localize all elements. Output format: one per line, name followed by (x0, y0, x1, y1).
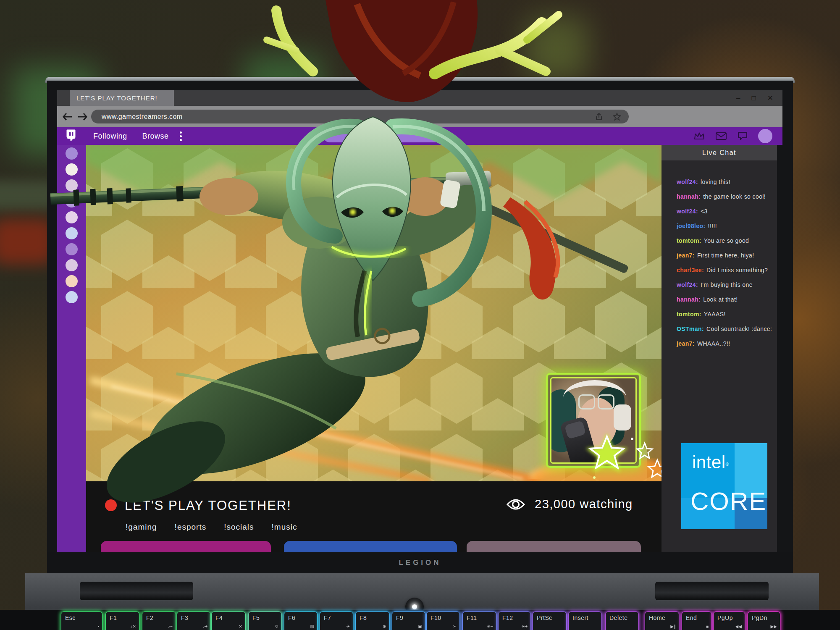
key-insert[interactable]: Insert (568, 612, 602, 630)
key-f10[interactable]: F10✂ (426, 612, 460, 630)
key-end[interactable]: End■ (682, 612, 712, 630)
key-f9[interactable]: F9▣ (392, 612, 425, 630)
key-f2[interactable]: F2♪− (142, 612, 176, 630)
chat-username[interactable]: wolf24: (677, 178, 698, 185)
chat-text: Did I miss something? (706, 267, 768, 273)
chat-username[interactable]: charl3ee: (677, 267, 704, 273)
laptop-hinge (655, 582, 769, 600)
chat-username[interactable]: tomtom: (677, 311, 701, 318)
live-indicator (105, 499, 117, 511)
key-f6[interactable]: F6▨ (284, 612, 318, 630)
browser-toolbar: www.gamestreamers.com (57, 106, 782, 127)
chat-message: wolf24:<3 (677, 207, 773, 216)
screen-bottom-bezel: LEGION (47, 552, 793, 573)
channel-avatar[interactable] (66, 179, 78, 192)
key-f5[interactable]: F5↻ (248, 612, 282, 630)
url-text: www.gamestreamers.com (102, 113, 595, 121)
chat-username[interactable]: hannah: (677, 296, 701, 303)
chat-username[interactable]: OSTman: (677, 326, 704, 332)
key-pgup[interactable]: PgUp◀◀ (713, 612, 745, 630)
stream-tag[interactable]: !gaming (126, 522, 157, 532)
key-esc[interactable]: Esc• (61, 612, 102, 630)
forward-button[interactable] (77, 111, 88, 122)
key-delete[interactable]: Delete (605, 612, 639, 630)
channel-avatar[interactable] (66, 147, 78, 160)
chat-message: tomtom:You are so good (677, 236, 773, 245)
chat-text: I'm buying this one (701, 281, 753, 288)
laptop-keyboard: Esc•F1♪✕F2♪−F3♪+F4✕F5↻F6▨F7✈F8⚙F9▣F10✂F1… (0, 610, 840, 630)
intel-core-badge: intel® CORE™ (681, 443, 767, 529)
glasses-lens (578, 394, 595, 410)
chat-username[interactable]: joel98leo: (677, 223, 706, 229)
followed-channels-sidebar (57, 145, 86, 552)
headphones-earcup (614, 404, 631, 430)
viewer-count-text: 23,000 watching (535, 497, 633, 511)
blurred-red-ribbon (0, 218, 55, 265)
minimize-button[interactable]: – (736, 94, 740, 102)
site-logo-icon[interactable] (64, 129, 78, 143)
eye-icon (506, 498, 525, 511)
key-prtsc[interactable]: PrtSc (533, 612, 567, 630)
chat-text: the game look so cool! (703, 193, 766, 200)
nav-link-browse[interactable]: Browse (142, 132, 169, 141)
chat-bubble-icon[interactable] (737, 131, 748, 141)
stream-tag[interactable]: !music (272, 522, 297, 532)
star-emote-overlay (582, 430, 662, 481)
browser-tab[interactable]: LET'S PLAY TOGETHER! (70, 90, 174, 106)
key-f11[interactable]: F11☀− (462, 612, 496, 630)
key-f1[interactable]: F1♪✕ (105, 612, 139, 630)
channel-avatar[interactable] (66, 259, 78, 271)
user-avatar[interactable] (758, 129, 772, 143)
chat-message: OSTman:Cool sountrack! :dance: (677, 324, 773, 333)
key-home[interactable]: Home▶∥ (645, 612, 679, 630)
channel-avatar[interactable] (66, 243, 78, 255)
key-f8[interactable]: F8⚙ (355, 612, 390, 630)
chat-message: hannah:Look at that! (677, 295, 773, 304)
address-bar[interactable]: www.gamestreamers.com (91, 110, 629, 123)
key-f12[interactable]: F12☀+ (498, 612, 531, 630)
live-chat-panel: Live Chat wolf24:loving this!hannah:the … (662, 145, 777, 552)
search-input[interactable]: Search (323, 130, 442, 142)
channel-avatar[interactable] (66, 227, 78, 239)
chat-text: !!!!! (708, 223, 717, 229)
core-logo-text: CORE™ (690, 487, 767, 516)
chat-message-list[interactable]: wolf24:loving this!hannah:the game look … (662, 160, 777, 348)
channel-avatar[interactable] (66, 275, 78, 287)
channel-avatar[interactable] (66, 195, 78, 207)
stream-tag[interactable]: !esports (175, 522, 207, 532)
back-button[interactable] (62, 111, 73, 122)
chat-username[interactable]: hannah: (677, 193, 701, 200)
chat-username[interactable]: tomtom: (677, 237, 701, 244)
nav-link-following[interactable]: Following (93, 132, 127, 141)
glasses-lens (598, 394, 614, 410)
channel-avatar[interactable] (66, 291, 78, 303)
stream-tags: !gaming!esports!socials!music (126, 522, 297, 532)
key-f7[interactable]: F7✈ (320, 612, 353, 630)
close-button[interactable]: ✕ (767, 94, 773, 102)
key-f4[interactable]: F4✕ (211, 612, 246, 630)
window-controls: – □ ✕ (736, 90, 773, 106)
chat-message: wolf24:loving this! (677, 177, 773, 186)
channel-avatar[interactable] (66, 163, 78, 176)
mail-icon[interactable] (715, 132, 727, 140)
maximize-button[interactable]: □ (751, 94, 756, 102)
channel-avatar[interactable] (66, 211, 78, 223)
site-navbar: Following Browse Search (57, 127, 782, 145)
chat-username[interactable]: jean7: (677, 252, 695, 259)
share-icon[interactable] (595, 113, 604, 121)
more-menu-icon[interactable] (180, 131, 182, 141)
key-f3[interactable]: F3♪+ (177, 612, 211, 630)
chat-message: jean7:WHAAA..?!! (677, 339, 773, 348)
key-pgdn[interactable]: PgDn▶▶ (748, 612, 780, 630)
bookmark-star-icon[interactable] (613, 113, 621, 121)
chat-text: YAAAS! (704, 311, 726, 318)
chat-username[interactable]: wolf24: (677, 208, 698, 215)
crown-icon[interactable] (693, 131, 705, 141)
power-led (412, 604, 417, 609)
stream-tag[interactable]: !socials (224, 522, 254, 532)
chat-text: loving this! (701, 178, 730, 185)
stream-video-player[interactable] (86, 145, 662, 481)
chat-username[interactable]: wolf24: (677, 281, 698, 288)
scene: LET'S PLAY TOGETHER! – □ ✕ www.gamestrea… (0, 0, 840, 630)
chat-username[interactable]: jean7: (677, 340, 695, 347)
